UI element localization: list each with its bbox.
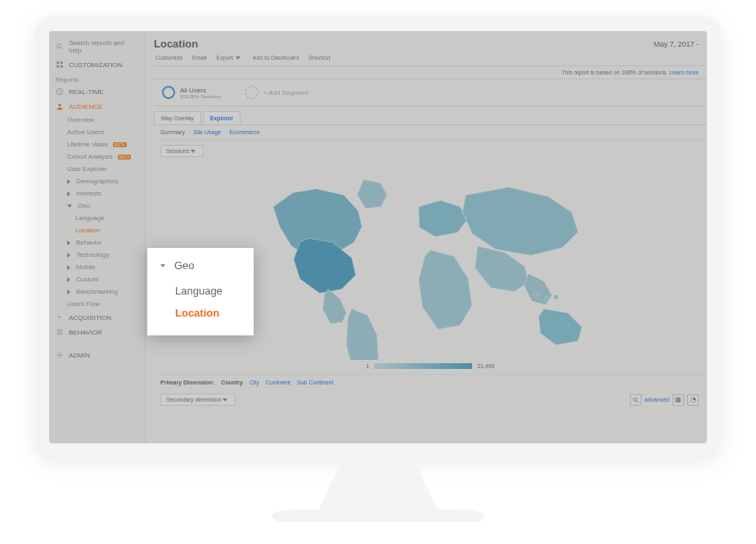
email-button[interactable]: Email <box>192 55 207 61</box>
svg-rect-5 <box>61 65 63 68</box>
subtab-site-usage[interactable]: Site Usage <box>193 129 221 135</box>
sidebar: Search reports and help CUSTOMIZATION Re… <box>49 31 146 443</box>
svg-point-11 <box>59 354 61 357</box>
search-placeholder: Search reports and help <box>69 39 138 54</box>
svg-rect-2 <box>56 61 59 64</box>
gear-icon <box>56 351 64 359</box>
svg-rect-3 <box>61 61 63 64</box>
sub-overview[interactable]: Overview <box>49 114 145 126</box>
report-toolbar: Customize Email Export Add to Dashboard … <box>154 50 707 66</box>
view-pie-button[interactable]: ◔ <box>687 394 699 406</box>
sub-cohort[interactable]: Cohort AnalysisBETA <box>49 151 145 163</box>
sub-active-users[interactable]: Active Users <box>49 126 145 138</box>
nav-realtime[interactable]: REAL-TIME <box>49 84 145 99</box>
person-icon <box>56 102 64 110</box>
sub-lifetime[interactable]: Lifetime ValueBETA <box>49 138 145 151</box>
nav-behavior[interactable]: BEHAVIOR <box>49 325 145 339</box>
arrow-icon <box>56 313 64 321</box>
caret-down-icon <box>160 264 165 268</box>
svg-rect-8 <box>57 330 63 330</box>
svg-rect-10 <box>57 334 63 335</box>
customize-button[interactable]: Customize <box>155 55 182 61</box>
geo-popup: Geo Language Location <box>147 248 254 335</box>
nav-acquisition[interactable]: ACQUISITION <box>49 310 145 325</box>
search-icon <box>56 43 64 51</box>
sub-interests[interactable]: Interests <box>49 187 145 200</box>
sub-technology[interactable]: Technology <box>49 249 145 261</box>
caret-right-icon <box>67 290 70 294</box>
add-circle-icon <box>245 86 259 99</box>
page-title: Location <box>154 38 198 50</box>
sub-user-explorer[interactable]: User Explorer <box>49 163 145 175</box>
tab-explorer[interactable]: Explorer <box>203 111 241 124</box>
sub-location[interactable]: Location <box>49 224 145 236</box>
sub-demographics[interactable]: Demographics <box>49 175 145 187</box>
caret-right-icon <box>67 253 70 258</box>
svg-rect-4 <box>56 65 59 68</box>
sub-benchmarking[interactable]: Benchmarking <box>49 285 145 298</box>
caret-down-icon <box>236 56 241 60</box>
svg-point-14 <box>554 294 559 299</box>
sub-custom[interactable]: Custom <box>49 273 145 285</box>
reports-header: Reports <box>49 72 145 84</box>
tab-map-overlay[interactable]: Map Overlay <box>154 111 201 124</box>
nav-audience[interactable]: AUDIENCE <box>49 99 145 114</box>
svg-point-12 <box>534 293 539 298</box>
caret-down-icon <box>67 205 72 208</box>
svg-rect-9 <box>57 332 63 333</box>
shortcut-button[interactable]: Shortcut <box>308 55 330 61</box>
search-icon <box>632 397 639 403</box>
view-table-button[interactable]: ▦ <box>673 394 684 406</box>
sub-language[interactable]: Language <box>49 212 145 224</box>
dim-city[interactable]: City <box>250 380 259 385</box>
clock-icon <box>56 88 64 96</box>
svg-point-0 <box>57 44 61 48</box>
search-table-button[interactable] <box>630 394 641 406</box>
sub-users-flow[interactable]: Users Flow <box>49 298 145 310</box>
map-svg <box>234 164 627 360</box>
svg-point-15 <box>633 398 637 401</box>
map-legend: 1 31,496 <box>154 363 707 369</box>
caret-down-icon <box>191 150 196 153</box>
caret-right-icon <box>67 277 70 282</box>
metric-dropdown[interactable]: Sessions <box>160 145 204 157</box>
export-button[interactable]: Export <box>217 55 243 61</box>
svg-point-7 <box>58 104 61 106</box>
dim-subcontinent[interactable]: Sub Continent <box>297 380 333 385</box>
sub-mobile[interactable]: Mobile <box>49 261 145 273</box>
caret-down-icon <box>223 398 227 402</box>
dim-continent[interactable]: Continent <box>266 380 290 385</box>
main-content: Location May 7, 2017 - Customize Email E… <box>146 31 707 443</box>
popup-language[interactable]: Language <box>160 280 241 302</box>
date-range[interactable]: May 7, 2017 - <box>654 40 699 48</box>
search-input[interactable]: Search reports and help <box>49 36 145 57</box>
sub-behavior[interactable]: Behavior <box>49 236 145 249</box>
caret-right-icon <box>67 191 70 196</box>
dashboard-icon <box>56 61 64 69</box>
advanced-link[interactable]: advanced <box>645 397 669 402</box>
subtab-summary[interactable]: Summary <box>160 129 185 135</box>
nav-admin[interactable]: ADMIN <box>49 348 145 362</box>
subtab-ecommerce[interactable]: Ecommerce <box>229 129 259 135</box>
svg-point-13 <box>544 296 549 301</box>
popup-geo-header[interactable]: Geo <box>160 259 241 272</box>
primary-dimension: Primary Dimension: Country City Continen… <box>154 374 707 390</box>
list-icon <box>56 328 64 336</box>
legend-gradient <box>374 363 472 369</box>
nav-customization[interactable]: CUSTOMIZATION <box>49 57 145 72</box>
segment-all-users[interactable]: All Users100.00% Sessions <box>162 86 221 99</box>
caret-right-icon <box>67 179 70 184</box>
caret-right-icon <box>67 241 70 245</box>
add-segment-button[interactable]: + Add Segment <box>245 86 308 99</box>
secondary-dimension-dropdown[interactable]: Secondary dimension <box>160 393 236 406</box>
segment-circle-icon <box>162 86 175 99</box>
svg-line-16 <box>637 401 638 402</box>
popup-location[interactable]: Location <box>160 302 241 324</box>
learn-more-link[interactable]: Learn more <box>669 70 699 75</box>
caret-right-icon <box>67 265 70 270</box>
add-dashboard-button[interactable]: Add to Dashboard <box>253 55 299 61</box>
sampling-notice: This report is based on 100% of sessions… <box>154 66 707 79</box>
dim-country[interactable]: Country <box>221 380 243 385</box>
svg-line-1 <box>61 47 62 49</box>
sub-geo[interactable]: Geo <box>49 200 145 212</box>
